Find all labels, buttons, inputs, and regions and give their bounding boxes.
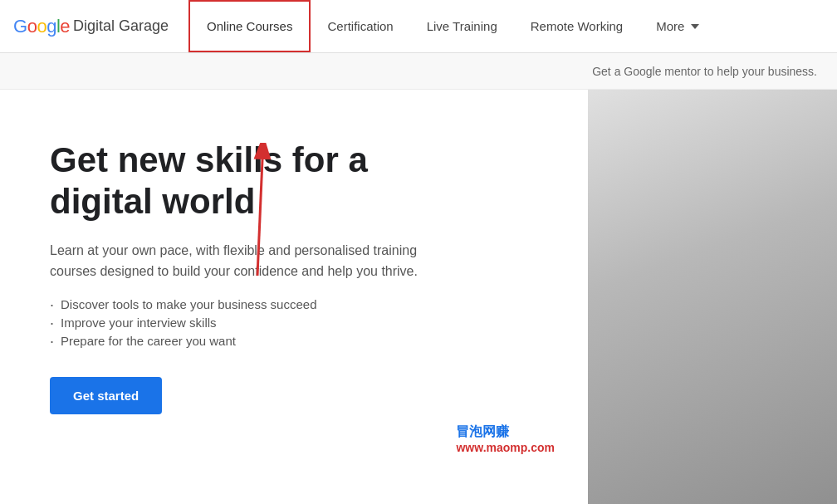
main-content: Get new skills for a digital world Learn… <box>0 90 837 504</box>
get-started-button[interactable]: Get started <box>50 377 162 414</box>
chevron-down-icon <box>691 24 699 29</box>
content-left: Get new skills for a digital world Learn… <box>0 90 588 504</box>
bullet-item-2: · Improve your interview skills <box>50 314 538 332</box>
digital-garage-text: Digital Garage <box>73 17 169 35</box>
bullet-text-1: Discover tools to make your business suc… <box>61 297 316 311</box>
nav-certification[interactable]: Certification <box>311 0 409 52</box>
nav-live-training[interactable]: Live Training <box>410 0 514 52</box>
bullet-dot-2: · <box>50 316 54 330</box>
nav-remote-working[interactable]: Remote Working <box>514 0 639 52</box>
bullet-item-1: · Discover tools to make your business s… <box>50 296 538 314</box>
bullet-dot-1: · <box>50 297 54 312</box>
header: Google Digital Garage Online Courses Cer… <box>0 0 837 53</box>
main-nav: Online Courses Certification Live Traini… <box>188 0 716 52</box>
banner-strip: Get a Google mentor to help your busines… <box>0 53 837 90</box>
google-logo-text: Google <box>13 16 70 37</box>
nav-more[interactable]: More <box>639 0 716 52</box>
logo[interactable]: Google Digital Garage <box>13 16 169 37</box>
banner-text: Get a Google mentor to help your busines… <box>592 65 817 78</box>
hero-title: Get new skills for a digital world <box>50 139 448 223</box>
hero-subtitle: Learn at your own pace, with flexible an… <box>50 240 465 282</box>
bullet-dot-3: · <box>50 334 54 349</box>
nav-online-courses[interactable]: Online Courses <box>188 0 311 52</box>
hero-image <box>588 90 837 504</box>
bullet-text-3: Prepare for the career you want <box>61 334 236 348</box>
more-label: More <box>656 19 684 33</box>
bullet-list: · Discover tools to make your business s… <box>50 296 538 350</box>
bullet-item-3: · Prepare for the career you want <box>50 332 538 350</box>
bullet-text-2: Improve your interview skills <box>61 316 217 330</box>
